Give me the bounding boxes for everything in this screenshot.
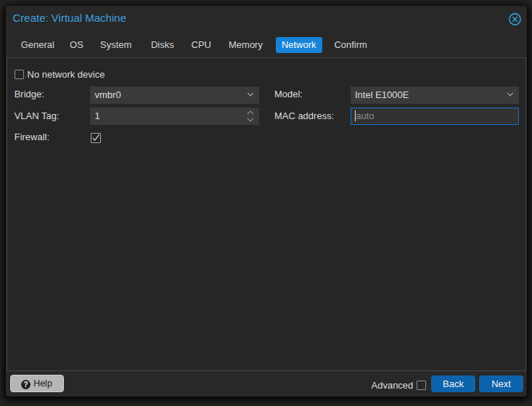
svg-text:?: ? (23, 380, 28, 389)
